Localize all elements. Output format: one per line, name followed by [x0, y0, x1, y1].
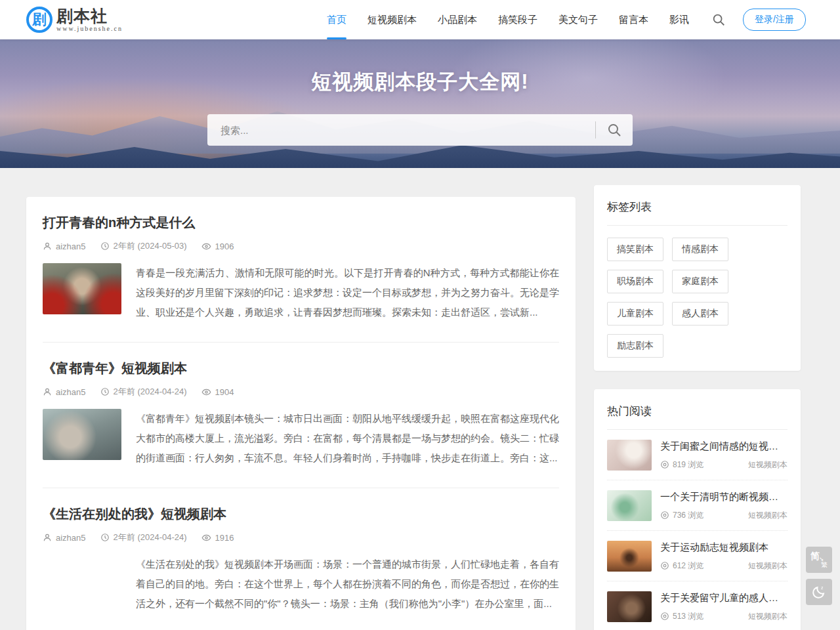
hot-item-category[interactable]: 短视频剧本	[748, 611, 788, 622]
site-logo[interactable]: 剧 剧本社 www.jubenshe.cn	[26, 7, 123, 33]
clock-icon	[100, 533, 110, 542]
views-meta: 1906	[201, 242, 234, 251]
hot-item-title: 关于运动励志短视频剧本	[660, 541, 788, 554]
author-name: aizhan5	[56, 387, 86, 397]
hot-list-item[interactable]: 关于关爱留守儿童的感人短… 513 浏览 短视频剧本	[607, 581, 788, 630]
user-icon	[43, 387, 52, 396]
views-meta: 1916	[201, 533, 234, 543]
simplified-char: 简	[810, 551, 820, 560]
author-name: aizhan5	[56, 242, 86, 251]
hot-view-count: 819 浏览	[673, 459, 704, 471]
hot-item-category[interactable]: 短视频剧本	[748, 510, 788, 521]
hot-list-item[interactable]: 关于运动励志短视频剧本 612 浏览 短视频剧本	[607, 531, 788, 581]
main-nav: 首页 短视频剧本 小品剧本 搞笑段子 美文句子 留言本 影讯 登录/注册	[316, 0, 806, 39]
tag-emotion-script[interactable]: 情感剧本	[672, 238, 728, 261]
publish-date: 2年前 (2024-05-03)	[114, 240, 187, 252]
hot-list-item[interactable]: 关于闺蜜之间情感的短视频… 819 浏览 短视频剧本	[607, 430, 788, 480]
user-icon	[43, 533, 52, 542]
hot-item-title: 关于关爱留守儿童的感人短…	[660, 592, 788, 604]
nav-item-short-video-scripts[interactable]: 短视频剧本	[368, 0, 417, 39]
tag-workplace-script[interactable]: 职场剧本	[607, 270, 663, 293]
nav-item-home[interactable]: 首页	[327, 0, 346, 39]
night-mode-button[interactable]: z	[806, 579, 832, 605]
article-title-link[interactable]: 《富都青年》短视频剧本	[43, 360, 559, 377]
tag-funny-script[interactable]: 搞笑剧本	[607, 238, 663, 261]
article-thumbnail[interactable]	[43, 555, 121, 606]
date-meta: 2年前 (2024-04-24)	[100, 386, 187, 398]
tag-list: 搞笑剧本 情感剧本 职场剧本 家庭剧本 儿童剧本 感人剧本 励志剧本	[607, 226, 788, 358]
date-meta: 2年前 (2024-05-03)	[100, 240, 187, 252]
article-thumbnail[interactable]	[43, 409, 121, 460]
login-register-button[interactable]: 登录/注册	[743, 9, 806, 31]
author-meta: aizhan5	[43, 242, 86, 251]
article-item: 打开青春的n种方式是什么 aizhan5 2年前 (2024-05-03) 19…	[43, 214, 559, 343]
article-excerpt: 《富都青年》短视频剧本镜头一：城市日出画面：朝阳从地平线缓缓升起，映照在富都这座…	[136, 409, 559, 468]
eye-icon	[660, 612, 669, 621]
article-title-link[interactable]: 打开青春的n种方式是什么	[43, 214, 559, 232]
site-title: 剧本社	[56, 8, 123, 24]
page-content: 打开青春的n种方式是什么 aizhan5 2年前 (2024-05-03) 19…	[0, 168, 840, 630]
sidebar: 标签列表 搞笑剧本 情感剧本 职场剧本 家庭剧本 儿童剧本 感人剧本 励志剧本 …	[594, 185, 801, 630]
nav-item-funny-jokes[interactable]: 搞笑段子	[498, 0, 537, 39]
simplified-traditional-toggle-button[interactable]: 简 ➘ 繁	[806, 547, 832, 573]
view-count: 1906	[215, 242, 234, 251]
article-item: 《生活在别处的我》短视频剧本 aizhan5 2年前 (2024-04-24) …	[43, 488, 559, 630]
traditional-char: 繁	[821, 562, 828, 568]
tag-inspirational-script[interactable]: 励志剧本	[607, 334, 663, 358]
logo-mark-icon: 剧	[26, 7, 52, 33]
nav-item-movie-news[interactable]: 影讯	[669, 0, 689, 39]
clock-icon	[100, 242, 110, 251]
nav-item-beautiful-sentences[interactable]: 美文句子	[558, 0, 598, 39]
date-meta: 2年前 (2024-04-24)	[100, 532, 187, 543]
search-icon[interactable]	[711, 12, 726, 27]
hero-search-button[interactable]	[596, 114, 633, 146]
hot-reading-title: 热门阅读	[607, 404, 788, 430]
eye-icon	[201, 533, 211, 543]
eye-icon	[660, 561, 669, 570]
site-domain: www.jubenshe.cn	[56, 26, 123, 32]
hot-item-views: 736 浏览	[660, 510, 704, 521]
hot-item-thumbnail	[607, 591, 652, 622]
tag-family-script[interactable]: 家庭剧本	[672, 270, 728, 293]
tag-children-script[interactable]: 儿童剧本	[607, 302, 663, 326]
eye-icon	[201, 242, 211, 251]
view-count: 1904	[215, 387, 234, 397]
article-thumbnail[interactable]	[43, 263, 121, 314]
hot-item-views: 612 浏览	[660, 560, 704, 572]
nav-item-guestbook[interactable]: 留言本	[619, 0, 648, 39]
svg-text:z: z	[821, 585, 824, 590]
magnifier-icon	[606, 122, 622, 138]
article-list-card: 打开青春的n种方式是什么 aizhan5 2年前 (2024-05-03) 19…	[26, 197, 576, 630]
article-meta: aizhan5 2年前 (2024-04-24) 1916	[43, 532, 559, 543]
hot-item-category[interactable]: 短视频剧本	[748, 459, 788, 471]
view-count: 1916	[215, 533, 234, 543]
tag-list-title: 标签列表	[607, 200, 788, 226]
nav-item-sketch-scripts[interactable]: 小品剧本	[438, 0, 477, 39]
hot-item-thumbnail	[607, 490, 652, 521]
hot-list-item[interactable]: 一个关于清明节的断视频剧本 736 浏览 短视频剧本	[607, 480, 788, 531]
eye-icon	[660, 460, 669, 469]
publish-date: 2年前 (2024-04-24)	[114, 386, 187, 398]
hero-search-bar	[207, 114, 633, 146]
hot-item-category[interactable]: 短视频剧本	[748, 560, 788, 572]
hot-item-thumbnail	[607, 440, 652, 471]
top-navbar: 剧 剧本社 www.jubenshe.cn 首页 短视频剧本 小品剧本 搞笑段子…	[0, 0, 840, 39]
article-meta: aizhan5 2年前 (2024-04-24) 1904	[43, 386, 559, 398]
hero-search-input[interactable]	[207, 125, 595, 136]
hot-view-count: 736 浏览	[673, 510, 704, 521]
author-meta: aizhan5	[43, 387, 86, 397]
eye-icon	[201, 387, 211, 397]
author-name: aizhan5	[56, 533, 86, 543]
simplified-traditional-icon: 简 ➘ 繁	[810, 551, 828, 568]
article-title-link[interactable]: 《生活在别处的我》短视频剧本	[43, 505, 559, 523]
publish-date: 2年前 (2024-04-24)	[114, 532, 187, 543]
tag-list-card: 标签列表 搞笑剧本 情感剧本 职场剧本 家庭剧本 儿童剧本 感人剧本 励志剧本	[594, 185, 801, 371]
article-excerpt: 青春是一段充满活力、激情和无限可能的时光。以下是打开青春的N种方式，每种方式都能…	[136, 263, 559, 322]
article-meta: aizhan5 2年前 (2024-05-03) 1906	[43, 240, 559, 252]
moon-icon: z	[811, 584, 827, 600]
hot-item-views: 819 浏览	[660, 459, 704, 471]
tag-touching-script[interactable]: 感人剧本	[672, 302, 728, 326]
eye-icon	[660, 511, 669, 520]
hot-item-title: 一个关于清明节的断视频剧本	[660, 491, 788, 503]
user-icon	[43, 242, 52, 251]
